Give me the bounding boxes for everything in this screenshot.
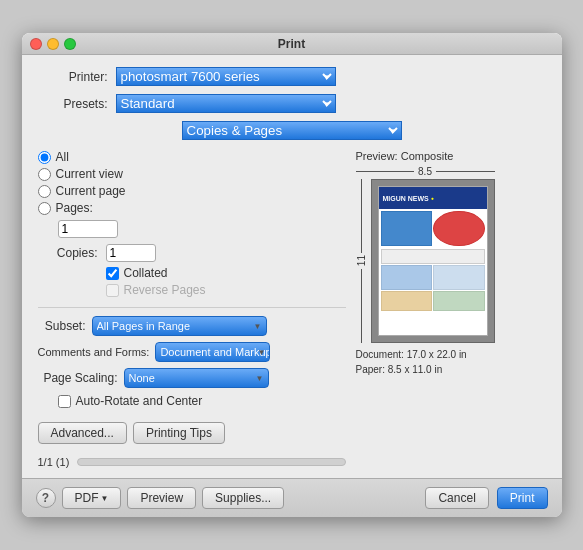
page-block-1 <box>381 211 433 246</box>
page-counter: 1/1 (1) <box>38 456 70 468</box>
copies-input[interactable] <box>106 244 156 262</box>
height-dimension: 11 <box>356 179 367 343</box>
page-scaling-select-wrap: None <box>124 368 269 388</box>
section-select[interactable]: Copies & Pages <box>182 121 402 140</box>
radio-pages-input[interactable] <box>38 202 51 215</box>
left-buttons: Advanced... Printing Tips <box>38 422 225 444</box>
page-block-4 <box>381 265 433 290</box>
preview-with-height: 11 MIGUN NEWS ● <box>356 179 495 343</box>
page-block-2 <box>433 211 485 246</box>
maximize-button[interactable] <box>64 38 76 50</box>
print-button[interactable]: Print <box>497 487 548 509</box>
radio-current-page-input[interactable] <box>38 185 51 198</box>
radio-pages: Pages: <box>38 201 346 215</box>
dialog-content: Printer: photosmart 7600 series Presets:… <box>22 55 562 478</box>
page-scaling-label: Page Scaling: <box>38 371 118 385</box>
action-buttons-row: Advanced... Printing Tips <box>38 422 346 450</box>
subset-row: Subset: All Pages in Range <box>38 316 346 336</box>
printer-row: Printer: photosmart 7600 series <box>38 67 546 86</box>
subset-select-wrap: All Pages in Range <box>92 316 267 336</box>
options-section: Subset: All Pages in Range Comments and … <box>38 307 346 408</box>
document-info: Document: 17.0 x 22.0 in <box>356 347 546 362</box>
reverse-pages-checkbox[interactable] <box>106 284 119 297</box>
radio-all-label: All <box>56 150 69 164</box>
printer-label: Printer: <box>38 70 108 84</box>
auto-rotate-checkbox[interactable] <box>58 395 71 408</box>
pages-text-input[interactable] <box>58 220 118 238</box>
height-value: 11 <box>356 255 367 266</box>
bottom-bar: ? PDF ▼ Preview Supplies... Cancel Print <box>22 478 562 517</box>
pdf-label: PDF <box>75 491 99 505</box>
subset-label: Subset: <box>38 319 86 333</box>
presets-select[interactable]: Standard <box>116 94 336 113</box>
preview-box: MIGUN NEWS ● <box>371 179 495 343</box>
help-button[interactable]: ? <box>36 488 56 508</box>
comments-forms-label: Comments and Forms: <box>38 346 150 358</box>
radio-current-view-input[interactable] <box>38 168 51 181</box>
comments-forms-select[interactable]: Document and Markups <box>155 342 270 362</box>
cancel-button[interactable]: Cancel <box>425 487 488 509</box>
page-thumbnail: MIGUN NEWS ● <box>378 186 488 336</box>
copies-section: Copies: Collated Reverse Pages <box>38 244 346 297</box>
section-dropdown-row: Copies & Pages <box>38 121 546 140</box>
page-block-5 <box>433 265 485 290</box>
radio-all: All <box>38 150 346 164</box>
collated-row: Collated <box>106 266 346 280</box>
page-header: MIGUN NEWS ● <box>379 187 487 209</box>
supplies-button[interactable]: Supplies... <box>202 487 284 509</box>
comments-forms-row: Comments and Forms: Document and Markups <box>38 342 346 362</box>
page-header-text: MIGUN NEWS <box>383 195 429 202</box>
bottom-right-buttons: Cancel Print <box>425 487 547 509</box>
printer-select-wrap: photosmart 7600 series <box>116 67 336 86</box>
print-dialog: Print Printer: photosmart 7600 series Pr… <box>22 33 562 517</box>
page-scaling-select[interactable]: None <box>124 368 269 388</box>
preview-container: 8.5 11 <box>356 166 495 343</box>
width-dimension: 8.5 <box>356 166 495 177</box>
presets-label: Presets: <box>38 97 108 111</box>
auto-rotate-row: Auto-Rotate and Center <box>58 394 346 408</box>
paper-info: Paper: 8.5 x 11.0 in <box>356 362 546 377</box>
bottom-left-buttons: ? PDF ▼ Preview Supplies... <box>36 487 285 509</box>
advanced-button[interactable]: Advanced... <box>38 422 127 444</box>
page-body <box>379 209 487 313</box>
subset-select[interactable]: All Pages in Range <box>92 316 267 336</box>
radio-current-view-label: Current view <box>56 167 123 181</box>
page-header-sub: ● <box>431 195 434 201</box>
auto-rotate-label: Auto-Rotate and Center <box>76 394 203 408</box>
page-block-6 <box>381 291 433 311</box>
window-title: Print <box>278 37 305 51</box>
presets-select-wrap: Standard <box>116 94 336 113</box>
preview-info: Document: 17.0 x 22.0 in Paper: 8.5 x 11… <box>356 347 546 377</box>
main-area: All Current view Current page Pages: <box>38 150 546 468</box>
progress-row: 1/1 (1) <box>38 456 346 468</box>
presets-row: Presets: Standard <box>38 94 546 113</box>
radio-current-page-label: Current page <box>56 184 126 198</box>
page-scaling-row: Page Scaling: None <box>38 368 346 388</box>
close-button[interactable] <box>30 38 42 50</box>
minimize-button[interactable] <box>47 38 59 50</box>
reverse-pages-label: Reverse Pages <box>124 283 206 297</box>
collated-label: Collated <box>124 266 168 280</box>
radio-all-input[interactable] <box>38 151 51 164</box>
section-select-wrap: Copies & Pages <box>182 121 402 140</box>
collated-checkbox[interactable] <box>106 267 119 280</box>
printing-tips-button[interactable]: Printing Tips <box>133 422 225 444</box>
printer-select[interactable]: photosmart 7600 series <box>116 67 336 86</box>
preview-label: Preview: Composite <box>356 150 546 162</box>
right-panel: Preview: Composite 8.5 11 <box>356 150 546 468</box>
comments-forms-select-wrap: Document and Markups <box>155 342 270 362</box>
pdf-button[interactable]: PDF ▼ <box>62 487 122 509</box>
copies-row: Copies: <box>38 244 346 262</box>
title-bar: Print <box>22 33 562 55</box>
left-panel: All Current view Current page Pages: <box>38 150 346 468</box>
radio-current-view: Current view <box>38 167 346 181</box>
window-controls <box>30 38 76 50</box>
radio-pages-label: Pages: <box>56 201 93 215</box>
progress-bar-track <box>77 458 345 466</box>
radio-current-page: Current page <box>38 184 346 198</box>
page-block-3 <box>381 249 485 264</box>
preview-button[interactable]: Preview <box>127 487 196 509</box>
page-block-7 <box>433 291 485 311</box>
pdf-arrow-icon: ▼ <box>101 494 109 503</box>
reverse-pages-row: Reverse Pages <box>106 283 346 297</box>
